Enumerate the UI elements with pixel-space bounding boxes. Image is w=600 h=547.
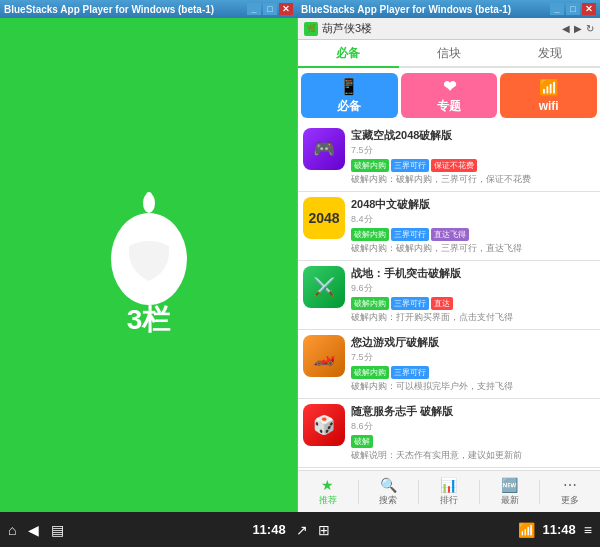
taskbar-right-icons: 📶 11:48 ≡: [518, 522, 592, 538]
app-tag-1-0: 破解内购: [351, 228, 389, 241]
nav-item-2[interactable]: 📊 排行: [419, 471, 479, 512]
logo-label: 3栏: [127, 304, 171, 335]
app-name-2: 战地：手机突击破解版: [351, 266, 595, 281]
nav-icon-3: 🆕: [501, 477, 518, 493]
left-app-content: 3栏: [0, 18, 297, 512]
menu-right-icon[interactable]: ≡: [584, 522, 592, 538]
app-info-0: 宝藏空战2048破解版 7.5分 破解内购三界可行保证不花费 破解内购：破解内购…: [351, 128, 595, 186]
app-name-1: 2048中文破解版: [351, 197, 595, 212]
app-tag-1-2: 直达飞得: [431, 228, 469, 241]
left-window-controls: _ □ ✕: [247, 3, 293, 15]
app-info-4: 随意服务志手 破解版 8.6分 破解 破解说明：天杰作有实用意，建议如更新前: [351, 404, 595, 462]
right-minimize-btn[interactable]: _: [550, 3, 564, 15]
nav-label-2: 排行: [440, 494, 458, 507]
left-minimize-btn[interactable]: _: [247, 3, 261, 15]
tab-2[interactable]: 发现: [499, 40, 600, 68]
nav-icon-4: ⋯: [563, 477, 577, 493]
app-item-3[interactable]: 🏎️ 您边游戏厅破解版 7.5分 破解内购三界可行 破解内购：可以模拟完毕户外，…: [298, 330, 600, 399]
app-tag-3-1: 三界可行: [391, 366, 429, 379]
nav-item-3[interactable]: 🆕 最新: [480, 471, 540, 512]
app-item-0[interactable]: 🎮 宝藏空战2048破解版 7.5分 破解内购三界可行保证不花费 破解内购：破解…: [298, 123, 600, 192]
clock-right: 11:48: [543, 522, 576, 537]
nav-label-4: 更多: [561, 494, 579, 507]
right-close-btn[interactable]: ✕: [582, 3, 596, 15]
home-icon[interactable]: ⌂: [8, 522, 16, 538]
app-name-4: 随意服务志手 破解版: [351, 404, 595, 419]
cat-label-0: 必备: [337, 98, 361, 115]
app-rating-2: 9.6分: [351, 282, 595, 295]
network-icon: 📶: [518, 522, 535, 538]
taskbar-left-icons: ⌂ ◀ ▤: [8, 522, 64, 538]
app-name-3: 您边游戏厅破解版: [351, 335, 595, 350]
app-icon: 🌿: [304, 22, 318, 36]
right-title-bar: BlueStacks App Player for Windows (beta-…: [297, 0, 600, 18]
nav-icon-0: ★: [321, 477, 334, 493]
app-list[interactable]: 🎮 宝藏空战2048破解版 7.5分 破解内购三界可行保证不花费 破解内购：破解…: [298, 123, 600, 470]
app-icon-2: ⚔️: [303, 266, 345, 308]
app-rating-3: 7.5分: [351, 351, 595, 364]
wifi-icon: 📶: [539, 78, 559, 97]
back-arrow-btn[interactable]: ◀: [562, 23, 570, 34]
app-desc-0: 破解内购：破解内购，三界可行，保证不花费: [351, 173, 595, 186]
app-special-icon-1: 2048: [303, 197, 345, 239]
tabs-row: 必备 信块 发现: [298, 40, 600, 68]
app-desc-2: 破解内购：打开购买界面，点击支付飞得: [351, 311, 595, 324]
app-tag-3-0: 破解内购: [351, 366, 389, 379]
left-close-btn[interactable]: ✕: [279, 3, 293, 15]
heart-icon: ❤: [443, 77, 456, 96]
nav-item-1[interactable]: 🔍 搜索: [359, 471, 419, 512]
app-item-2[interactable]: ⚔️ 战地：手机突击破解版 9.6分 破解内购三界可行直达 破解内购：打开购买界…: [298, 261, 600, 330]
app-rating-1: 8.4分: [351, 213, 595, 226]
category-btn-2[interactable]: 📶 wifi: [500, 73, 597, 118]
app-rating-0: 7.5分: [351, 144, 595, 157]
share-icon[interactable]: ↗: [296, 522, 308, 538]
app-title-bar: 🌿 葫芦侠3楼 ◀ ▶ ↻: [298, 18, 600, 40]
category-row: 📱 必备 ❤ 专题 📶 wifi: [298, 68, 600, 123]
left-window: 3栏: [0, 18, 297, 512]
app-tag-4-0: 破解: [351, 435, 373, 448]
back-icon[interactable]: ◀: [28, 522, 39, 538]
menu-icon[interactable]: ▤: [51, 522, 64, 538]
nav-item-0[interactable]: ★ 推荐: [298, 471, 358, 512]
app-name-0: 宝藏空战2048破解版: [351, 128, 595, 143]
app-title-left: 🌿 葫芦侠3楼: [304, 21, 372, 36]
taskbar-app-icon[interactable]: ⊞: [318, 522, 330, 538]
app-title-name: 葫芦侠3楼: [322, 21, 372, 36]
taskbar-center: 11:48 ↗ ⊞: [252, 522, 329, 538]
app-desc-3: 破解内购：可以模拟完毕户外，支持飞得: [351, 380, 595, 393]
app-item-1[interactable]: 2048 2048中文破解版 8.4分 破解内购三界可行直达飞得 破解内购：破解…: [298, 192, 600, 261]
nav-label-0: 推荐: [319, 494, 337, 507]
app-tag-2-2: 直达: [431, 297, 453, 310]
app-icon-0: 🎮: [303, 128, 345, 170]
tab-0[interactable]: 必备: [298, 40, 399, 68]
nav-item-4[interactable]: ⋯ 更多: [540, 471, 600, 512]
app-desc-4: 破解说明：天杰作有实用意，建议如更新前: [351, 449, 595, 462]
app-tag-1-1: 三界可行: [391, 228, 429, 241]
app-tag-0-0: 破解内购: [351, 159, 389, 172]
tab-1[interactable]: 信块: [399, 40, 500, 68]
right-window: 🌿 葫芦侠3楼 ◀ ▶ ↻ 必备 信块 发现 📱 必备 ❤ 专题: [297, 18, 600, 512]
left-maximize-btn[interactable]: □: [263, 3, 277, 15]
refresh-btn[interactable]: ↻: [586, 23, 594, 34]
app-icon-3: 🏎️: [303, 335, 345, 377]
app-item-4[interactable]: 🎲 随意服务志手 破解版 8.6分 破解 破解说明：天杰作有实用意，建议如更新前: [298, 399, 600, 468]
right-maximize-btn[interactable]: □: [566, 3, 580, 15]
clock: 11:48: [252, 522, 285, 537]
category-btn-1[interactable]: ❤ 专题: [401, 73, 498, 118]
bottom-nav: ★ 推荐 🔍 搜索 📊 排行 🆕 最新 ⋯ 更多: [298, 470, 600, 512]
nav-icon-1: 🔍: [380, 477, 397, 493]
app-icon-4: 🎲: [303, 404, 345, 446]
nav-label-3: 最新: [501, 494, 519, 507]
app-tag-0-2: 保证不花费: [431, 159, 477, 172]
category-btn-0[interactable]: 📱 必备: [301, 73, 398, 118]
app-rating-4: 8.6分: [351, 420, 595, 433]
app-desc-1: 破解内购：破解内购，三界可行，直达飞得: [351, 242, 595, 255]
left-title-bar: BlueStacks App Player for Windows (beta-…: [0, 0, 297, 18]
app-tag-2-1: 三界可行: [391, 297, 429, 310]
app-tag-2-0: 破解内购: [351, 297, 389, 310]
app-logo: 3栏: [99, 191, 199, 339]
cat-label-2: wifi: [539, 99, 559, 113]
cat-label-1: 专题: [437, 98, 461, 115]
app-tag-0-1: 三界可行: [391, 159, 429, 172]
forward-arrow-btn[interactable]: ▶: [574, 23, 582, 34]
